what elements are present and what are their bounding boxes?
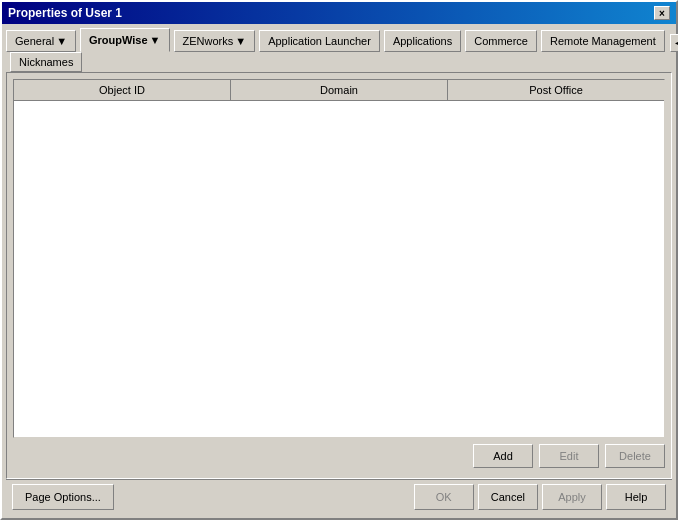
action-buttons: Add Edit Delete [13,438,665,472]
help-button[interactable]: Help [606,484,666,510]
col-domain: Domain [231,80,448,100]
sub-tab-row: Nicknames [6,52,672,72]
main-panel: Object ID Domain Post Office Add Edit De… [6,72,672,479]
tab-remote-mgmt-label: Remote Management [550,35,656,47]
ok-button[interactable]: OK [414,484,474,510]
tab-app-launcher[interactable]: Application Launcher [259,30,380,52]
tab-groupwise[interactable]: GroupWise ▼ [80,28,169,52]
table-body [14,101,664,437]
tab-scroll-group: ◄ ► [669,34,678,52]
edit-button[interactable]: Edit [539,444,599,468]
tab-app-launcher-label: Application Launcher [268,35,371,47]
tab-zenworks-label: ZENworks [183,35,234,47]
tab-container: General ▼ GroupWise ▼ ZENworks ▼ [6,28,672,72]
tab-scroll-left[interactable]: ◄ [670,34,678,52]
tab-commerce-label: Commerce [474,35,528,47]
tab-general-arrow: ▼ [56,35,67,47]
content-area: General ▼ GroupWise ▼ ZENworks ▼ [2,24,676,518]
cancel-button[interactable]: Cancel [478,484,538,510]
nicknames-table: Object ID Domain Post Office [13,79,665,438]
tab-general[interactable]: General ▼ [6,30,76,52]
tab-groupwise-arrow: ▼ [150,34,161,46]
tab-applications-label: Applications [393,35,452,47]
tab-nicknames[interactable]: Nicknames [10,52,82,72]
col-post-office: Post Office [448,80,664,100]
tab-general-label: General [15,35,54,47]
title-bar: Properties of User 1 × [2,2,676,24]
footer-left: Page Options... [12,484,114,510]
tab-commerce[interactable]: Commerce [465,30,537,52]
properties-window: Properties of User 1 × General ▼ GroupWi… [0,0,678,520]
tab-remote-mgmt[interactable]: Remote Management [541,30,665,52]
col-object-id: Object ID [14,80,231,100]
add-button[interactable]: Add [473,444,533,468]
window-title: Properties of User 1 [8,6,122,20]
close-button[interactable]: × [654,6,670,20]
tab-applications[interactable]: Applications [384,30,461,52]
page-options-button[interactable]: Page Options... [12,484,114,510]
apply-button[interactable]: Apply [542,484,602,510]
footer-right: OK Cancel Apply Help [414,484,666,510]
delete-button[interactable]: Delete [605,444,665,468]
tab-nicknames-label: Nicknames [19,56,73,68]
tab-groupwise-label: GroupWise [89,34,148,46]
top-tab-row: General ▼ GroupWise ▼ ZENworks ▼ [6,28,672,52]
tab-zenworks[interactable]: ZENworks ▼ [174,30,256,52]
footer: Page Options... OK Cancel Apply Help [6,479,672,514]
tab-zenworks-arrow: ▼ [235,35,246,47]
table-header: Object ID Domain Post Office [14,80,664,101]
